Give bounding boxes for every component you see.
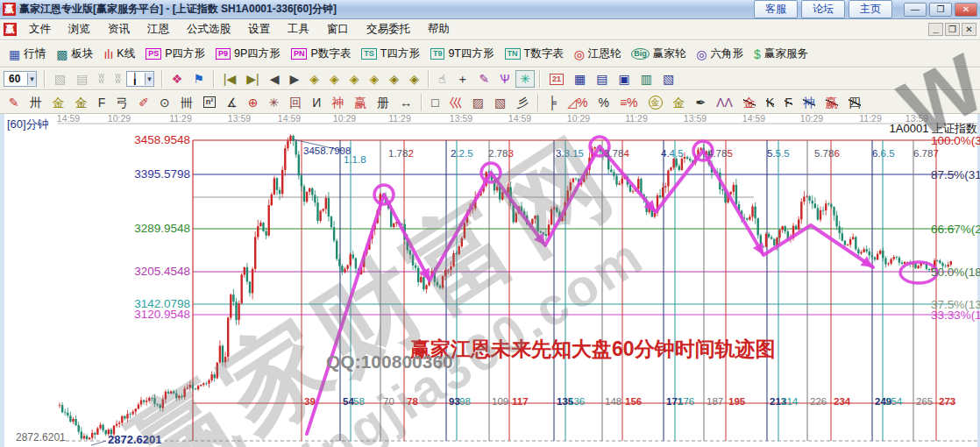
next-bar-button[interactable]: ▶ [285,70,303,88]
forum-button[interactable]: 论坛 [801,0,845,18]
last-page-button[interactable]: ▶| [242,70,263,88]
shen-grid-tool[interactable]: 神 [327,94,348,111]
chip-tool-button[interactable]: ❖ [167,70,188,88]
nine-t-square-button[interactable]: T99T四方形 [426,45,499,63]
prev-bar-button[interactable]: ◀ [266,70,284,88]
measure-ruler-tool[interactable]: ╞ [543,94,561,111]
chevron-down-icon[interactable]: ▾ [145,73,153,85]
horizontal-span-tool[interactable]: ↔ [395,94,416,111]
period-combo[interactable]: 60▾ [4,71,37,87]
k-slash-tool[interactable]: K [762,94,778,111]
box-fan2-tool[interactable]: ▧ [490,94,510,111]
service-button[interactable]: 客服 [754,0,798,18]
restore-button[interactable]: ❐ [929,3,952,17]
menu-item-1[interactable]: 浏览 [60,19,99,39]
chart-canvas[interactable]: 14:5910:2911:2913:5914:5910:2911:2913:59… [0,114,980,447]
spiral-tool[interactable]: 弓 [111,94,132,111]
flag-marker-button[interactable]: ⚑ [188,70,209,88]
menu-item-9[interactable]: 帮助 [419,19,458,39]
gann-star-tool[interactable]: ✳ [265,94,284,111]
t-number-table-button[interactable]: TNT数字表 [501,45,568,63]
first-page-button[interactable]: |◀ [219,70,240,88]
fan-lines-tool[interactable]: 巛 [445,94,466,111]
f-grid-tool[interactable]: F [94,94,110,111]
menu-item-8[interactable]: 交易委托 [358,19,419,39]
gold-line-tool[interactable]: 金 [669,94,690,111]
bar-number-label: 136 [568,396,585,407]
calendar-button[interactable]: 21 [545,72,568,87]
ink-brush-tool[interactable]: ✒ [692,94,711,111]
mdi-restore-button[interactable]: ❐ [945,23,960,36]
menu-item-2[interactable]: 资讯 [99,19,138,39]
si-slash-tool[interactable]: 四 [844,94,865,111]
n-square-tool[interactable]: n² [199,95,221,110]
brush-tool[interactable]: ✎ [4,94,24,111]
p-number-table-button[interactable]: PNP数字表 [287,45,355,63]
compress-all-button[interactable]: ◈ [405,70,423,88]
menu-item-5[interactable]: 设置 [239,19,279,39]
sector-button[interactable]: ▩板块 [52,45,97,63]
minimize-button[interactable]: — [904,3,927,17]
menu-item-7[interactable]: 窗口 [318,19,358,39]
square-spiral-tool[interactable]: 回 [285,94,306,111]
gann-target-tool[interactable]: ⊕ [244,94,263,111]
frame-tool[interactable]: □ [427,94,443,111]
chevron-down-icon[interactable]: ▾ [27,73,36,85]
memo-button[interactable]: ▤ [592,70,612,88]
p-square-button[interactable]: PSP四方形 [141,45,209,63]
ying-grid-tool[interactable]: 赢 [350,94,371,111]
gold-slash-tool[interactable]: 金 [739,94,760,111]
shift-left-button[interactable]: ◈ [305,70,323,88]
close-button[interactable]: ✕ [955,3,977,17]
smart-analysis-button[interactable]: ✳ [515,70,535,88]
home-button[interactable]: 主页 [849,0,892,18]
market-quotes-button[interactable]: ▦行情 [4,45,50,63]
compress-horizontal-button[interactable]: ◈ [366,70,384,88]
toolbar-separator [539,70,541,88]
menu-item-6[interactable]: 工具 [279,19,318,39]
gold-circle-tool[interactable]: 金 [644,94,667,111]
angle-brush-tool[interactable]: ✐ [134,94,153,111]
kline-button[interactable]: ılıK线 [99,45,139,63]
percent-lines-tool[interactable]: ≡% [615,94,643,111]
ying-slash-tool[interactable]: 赢 [821,94,842,111]
timer-screen-button[interactable]: ▥ [636,70,657,88]
shen-slash-tool[interactable]: 神 [799,94,820,111]
percent-tool[interactable]: % [593,94,613,111]
gold-grid-tool[interactable]: 金 [48,94,69,111]
wave-tool-button[interactable]: Ѱ [495,70,514,88]
nine-p-square-button[interactable]: P99P四方形 [211,45,285,63]
calculator-button[interactable]: ▦ [570,70,590,88]
compass-tool[interactable]: ⊙ [155,94,174,111]
expand-horizontal-button[interactable]: ◈ [345,70,364,88]
f-slash-tool[interactable]: F [780,94,797,111]
hand-drag-button[interactable]: ☝ [434,70,451,88]
candle-style-combo[interactable]: ╽▾ [126,71,154,87]
gold-grid9-tool[interactable]: 金 [71,94,92,111]
mdi-close-button[interactable]: ✕ [962,23,976,36]
winner-wheel-button[interactable]: Big赢家轮 [627,45,690,63]
count-grid-tool[interactable]: 册 [373,94,394,111]
n-wave-tool[interactable]: И [308,94,325,111]
slash-lines-tool[interactable]: 彡 [512,94,533,111]
expand-all-button[interactable]: ◈ [385,70,403,88]
mdi-minimize-button[interactable]: ＿ [928,23,943,36]
box-fan-tool[interactable]: ▨ [468,94,488,111]
zoom-pen-button[interactable]: ✎ [474,70,494,88]
shift-right-button[interactable]: ◈ [325,70,344,88]
gann-wheel-button[interactable]: ◎江恩轮 [570,45,626,63]
winner-service-button[interactable]: $赢家服务 [749,45,813,63]
comb-grid-tool[interactable]: 卅 [25,94,46,111]
percent-slash-tool[interactable]: ◿% [563,94,592,111]
protractor-tool[interactable]: ∡ [222,94,242,111]
hexagon-button[interactable]: ◎六角形 [692,45,748,63]
export-button[interactable]: ▧ [658,70,678,88]
crosshair-button[interactable]: ＋ [451,70,472,88]
t-square-button[interactable]: TST四方形 [357,45,424,63]
double-wave-tool[interactable]: ΛΛ [712,94,737,111]
save-button[interactable]: ▣ [614,70,635,88]
menu-item-0[interactable]: 文件 [20,19,60,39]
menu-item-4[interactable]: 公式选股 [178,19,239,39]
menu-item-3[interactable]: 江恩 [138,19,178,39]
comb2-grid-tool[interactable]: 卌 [176,94,197,111]
